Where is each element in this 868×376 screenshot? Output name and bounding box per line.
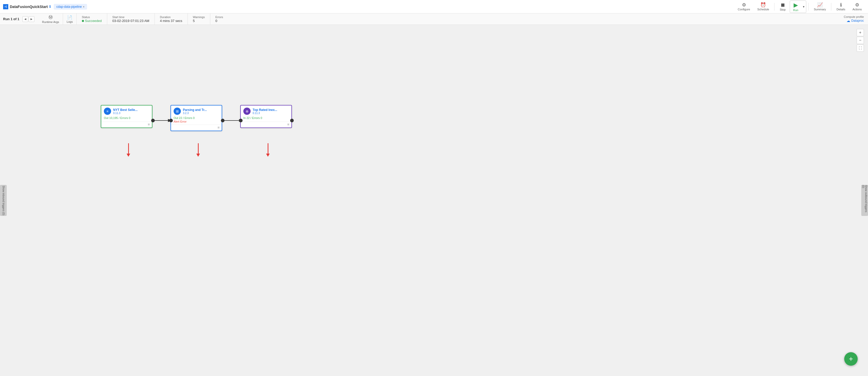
runtime-args-button[interactable]: Ⓜ Runtime Args (38, 13, 63, 25)
schedule-label: Schedule (757, 8, 769, 11)
start-time-label: Start time (113, 16, 149, 19)
configure-icon: ⚙ (742, 3, 746, 7)
node-version: 0.11.3 (113, 112, 149, 115)
status-meta: Status Succeeded (77, 13, 107, 25)
configure-label: Configure (738, 8, 750, 11)
status-dot (82, 20, 84, 22)
run-label: Run (793, 8, 798, 12)
node-type-icon: ≡ (104, 108, 111, 115)
details-icon: ℹ (840, 3, 842, 7)
node-type-icon: ⊕ (243, 108, 251, 115)
red-arrow-node2 (196, 143, 200, 157)
inbound-triggers-panel[interactable]: Show inbound triggers (0) (0, 185, 7, 216)
stop-label: Stop (780, 8, 785, 11)
errors-meta: Errors 0 (210, 13, 228, 25)
logs-icon: 📄 (67, 15, 72, 20)
pipeline-node-node3[interactable]: ⊕ Top Rated Inex... 0.11.3 In 22 / Error… (240, 105, 292, 128)
start-time-value: 03-02-2019 07:01:23 AM (113, 19, 149, 23)
node-name: Top Rated Inex... (253, 108, 289, 112)
connection-dot-4 (290, 119, 294, 122)
status-label: Status (82, 16, 102, 19)
arrow-head (266, 154, 270, 157)
actions-icon: ⚙ (855, 3, 859, 7)
pipeline-node-node2[interactable]: ⊞ Parsing and Tr... 3.2.3 Out 22 / Error… (170, 105, 222, 131)
compute-profile: Compute profile ☁ Dataproc (844, 15, 865, 23)
node-body: In 22 / Errors 0 (241, 116, 291, 121)
zoom-out-button[interactable]: − (857, 37, 864, 44)
run-icon: ▶ (794, 2, 798, 8)
node-version: 0.11.3 (253, 112, 289, 115)
configure-button[interactable]: ⚙ Configure (735, 2, 753, 12)
node-footer: ≡ (101, 121, 152, 127)
node-stats: Out 10,195 / Errors 0 (104, 116, 149, 119)
node-name: Parsing and Tr... (183, 108, 219, 112)
add-fab-button[interactable]: + (844, 352, 858, 366)
arrow-head (127, 154, 130, 157)
red-arrow-node1 (127, 143, 130, 157)
pipeline-node-node1[interactable]: ≡ NYT Best Selle... 0.11.3 Out 10,195 / … (101, 105, 152, 128)
node-header: ⊞ Parsing and Tr... 3.2.3 (171, 106, 222, 116)
actions-label: Actions (852, 8, 862, 11)
connection-dot-3 (239, 119, 243, 122)
run-dropdown-arrow[interactable]: ▾ (801, 5, 806, 8)
schedule-icon: ⏰ (760, 3, 766, 7)
warnings-meta: Warnings 5 (188, 13, 210, 25)
arrow-head (196, 154, 200, 157)
compute-profile-label: Compute profile (844, 15, 864, 18)
warnings-label: Warnings (193, 16, 205, 19)
zoom-in-button[interactable]: + (857, 29, 864, 36)
outbound-triggers-panel[interactable]: Show outbound triggers (0) (861, 185, 868, 216)
node-header: ≡ NYT Best Selle... 0.11.3 (101, 106, 152, 116)
duration-label: Duration (160, 16, 182, 19)
schedule-button[interactable]: ⏰ Schedule (754, 2, 772, 12)
app-info-icon: ℹ (49, 5, 51, 8)
arrow-line (128, 143, 129, 154)
node-body: Out 10,195 / Errors 0 (101, 116, 152, 121)
red-arrow-node3 (266, 143, 270, 157)
run-button[interactable]: ▶ Run (790, 1, 801, 13)
details-button[interactable]: ℹ Details (833, 2, 848, 12)
compute-profile-name: Dataproc (851, 19, 864, 23)
node-footer: ≡ (171, 125, 222, 131)
summary-button[interactable]: 📈 Summary (811, 2, 829, 12)
details-label: Details (836, 8, 845, 11)
outbound-triggers-label: Show outbound triggers (0) (862, 185, 867, 216)
arrow-line (198, 143, 199, 154)
node-header: ⊕ Top Rated Inex... 0.11.3 (241, 106, 291, 116)
connection-dot-2 (221, 119, 224, 122)
app-logo: ≡| (3, 4, 8, 9)
node-title-group: Parsing and Tr... 3.2.3 (183, 108, 219, 115)
compute-profile-value[interactable]: ☁ Dataproc (846, 19, 864, 23)
pipeline-canvas-area: Show inbound triggers (0) Show outbound … (0, 25, 868, 376)
zoom-controls: + − ⛶ (857, 29, 864, 52)
main-toolbar: ≡| DataFusionQuickStart ℹ cdap-data-pipe… (0, 0, 868, 13)
run-prev-button[interactable]: ◀ (23, 16, 28, 22)
run-group: ▶ Run ▾ (790, 1, 806, 13)
node-menu-icon[interactable]: ≡ (287, 122, 289, 126)
connection-dot-1 (169, 119, 173, 122)
node-type-icon: ⊞ (174, 108, 181, 115)
stop-button[interactable]: ⏹ Stop (777, 1, 789, 12)
node-stats: Out 22 / Errors 0 (174, 116, 219, 119)
node-alert: Alert Error (174, 120, 219, 123)
app-title: DataFusionQuickStart (10, 5, 48, 9)
pipeline-connectors (0, 25, 868, 376)
run-number: Run 1 of 1 (3, 17, 20, 21)
toolbar-divider-3 (831, 3, 831, 10)
tab-close-icon[interactable]: × (83, 5, 85, 8)
runtime-args-icon: Ⓜ (49, 15, 53, 20)
run-next-button[interactable]: ▶ (29, 16, 34, 22)
pipeline-tab[interactable]: cdap-data-pipeline × (54, 4, 87, 9)
toolbar-divider-2 (808, 3, 809, 10)
logs-label: Logs (67, 20, 73, 23)
node-menu-icon[interactable]: ≡ (218, 125, 220, 129)
node-name: NYT Best Selle... (113, 108, 149, 112)
runtime-args-label: Runtime Args (42, 21, 59, 24)
actions-button[interactable]: ⚙ Actions (849, 2, 865, 12)
node-body: Out 22 / Errors 0 Alert Error (171, 116, 222, 125)
zoom-fit-button[interactable]: ⛶ (857, 45, 864, 52)
app-brand: ≡| DataFusionQuickStart ℹ (3, 4, 51, 9)
errors-value: 0 (215, 19, 223, 23)
logs-button[interactable]: 📄 Logs (63, 13, 77, 25)
node-menu-icon[interactable]: ≡ (148, 122, 150, 126)
